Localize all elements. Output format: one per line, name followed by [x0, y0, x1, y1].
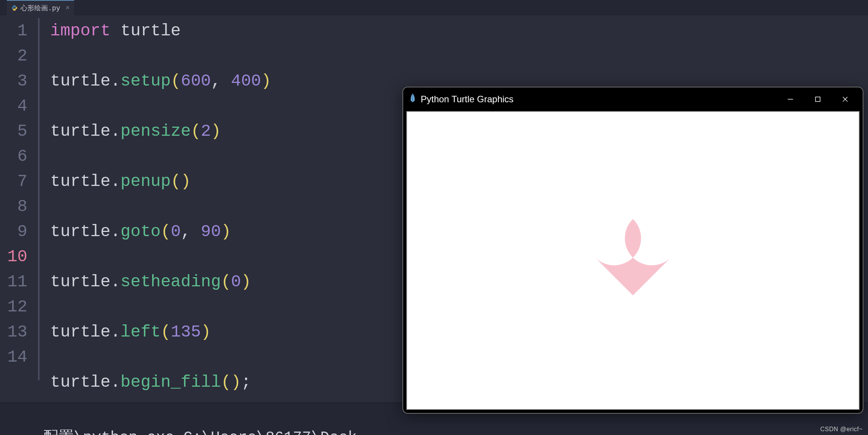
code-token: 135: [171, 322, 201, 341]
code-token: .: [110, 373, 120, 392]
line-number: 5: [0, 119, 38, 144]
line-number: 10: [0, 244, 38, 269]
code-token: setup: [121, 71, 171, 90]
code-token: .: [110, 71, 120, 90]
code-token: ): [181, 172, 191, 191]
heart-shape: [544, 175, 722, 339]
app-root: 心形绘画.py × 1234567891011121314 import tur…: [0, 0, 868, 435]
line-number: 9: [0, 219, 38, 244]
code-line[interactable]: turtle.penup(): [50, 169, 331, 194]
code-token: (: [171, 172, 181, 191]
code-token: 0: [171, 222, 181, 241]
minimize-button[interactable]: [777, 90, 804, 108]
code-token: penup: [121, 172, 171, 191]
feather-icon: [409, 93, 416, 105]
code-token: turtle: [50, 222, 110, 241]
code-token: ): [261, 71, 271, 90]
line-number: 11: [0, 269, 38, 294]
code-token: 400: [231, 71, 261, 90]
code-token: ): [211, 122, 221, 141]
window-controls: [777, 90, 859, 108]
python-file-icon: [11, 5, 17, 11]
code-token: ): [231, 373, 241, 392]
turtle-canvas-border: [406, 111, 860, 410]
terminal-text: 配置\python.exe C:\Users\86177\Desk: [43, 429, 357, 435]
code-token: turtle: [50, 373, 110, 392]
code-token: turtle: [50, 122, 110, 141]
maximize-button[interactable]: [804, 90, 831, 108]
code-token: .: [110, 222, 120, 241]
line-number: 12: [0, 294, 38, 319]
watermark-text: CSDN @ericf~: [820, 426, 863, 433]
code-token: ,: [181, 222, 201, 241]
code-token: ,: [211, 71, 231, 90]
line-number: 14: [0, 345, 38, 370]
code-token: turtle: [50, 322, 110, 341]
turtle-canvas: [407, 112, 859, 409]
code-line[interactable]: turtle.begin_fill();: [50, 370, 331, 395]
code-line[interactable]: turtle.goto(0, 90): [50, 219, 331, 244]
code-token: 0: [231, 272, 241, 291]
line-number: 1: [0, 18, 38, 43]
code-token: setheading: [121, 272, 221, 291]
code-token: (: [171, 71, 181, 90]
code-token: left: [121, 322, 161, 341]
code-token: (: [161, 222, 170, 241]
code-line[interactable]: turtle.pensize(2): [50, 119, 331, 144]
code-token: 90: [201, 222, 221, 241]
code-token: pensize: [121, 122, 191, 141]
code-token: turtle: [50, 172, 110, 191]
code-token: goto: [121, 222, 161, 241]
code-token: turtle: [50, 272, 110, 291]
line-number: 13: [0, 319, 38, 345]
code-token: (: [191, 122, 201, 141]
svg-point-0: [13, 6, 14, 6]
code-token: .: [110, 272, 120, 291]
code-token: .: [110, 322, 120, 341]
line-number: 2: [0, 43, 38, 68]
editor-tab-label: 心形绘画.py: [21, 3, 60, 13]
code-token: ): [221, 222, 231, 241]
code-line[interactable]: turtle.setheading(0): [50, 269, 331, 294]
svg-point-1: [15, 10, 16, 10]
code-area[interactable]: import turtle turtle.setup(600, 400) tur…: [50, 15, 331, 380]
window-title: Python Turtle Graphics: [421, 94, 777, 105]
code-token: (: [221, 373, 231, 392]
code-token: [110, 21, 120, 40]
line-number: 3: [0, 68, 38, 94]
close-button[interactable]: [831, 90, 859, 108]
code-token: begin_fill: [121, 373, 221, 392]
svg-rect-4: [816, 97, 820, 102]
code-token: turtle: [121, 21, 181, 40]
code-token: ;: [241, 373, 251, 392]
window-titlebar[interactable]: Python Turtle Graphics: [403, 87, 863, 111]
line-number: 4: [0, 94, 38, 119]
code-token: (: [161, 322, 170, 341]
code-token: .: [110, 172, 120, 191]
code-token: .: [110, 122, 120, 141]
code-token: ): [241, 272, 251, 291]
code-line[interactable]: turtle.left(135): [50, 319, 331, 345]
close-icon[interactable]: ×: [65, 4, 70, 12]
code-token: turtle: [50, 71, 110, 90]
turtle-graphics-window[interactable]: Python Turtle Graphics: [402, 87, 863, 414]
line-number: 7: [0, 169, 38, 194]
line-number: 6: [0, 144, 38, 169]
code-token: 600: [181, 71, 211, 90]
code-token: 2: [201, 122, 211, 141]
code-line[interactable]: import turtle: [50, 18, 331, 43]
editor-tab-bar: 心形绘画.py ×: [0, 0, 868, 15]
gutter-border: [38, 18, 40, 380]
code-token: import: [50, 21, 110, 40]
editor-tab[interactable]: 心形绘画.py ×: [7, 0, 74, 15]
code-line[interactable]: turtle.setup(600, 400): [50, 68, 331, 94]
line-number: 8: [0, 194, 38, 219]
code-token: (: [221, 272, 231, 291]
line-number-gutter: 1234567891011121314: [0, 15, 38, 380]
code-token: ): [201, 322, 211, 341]
